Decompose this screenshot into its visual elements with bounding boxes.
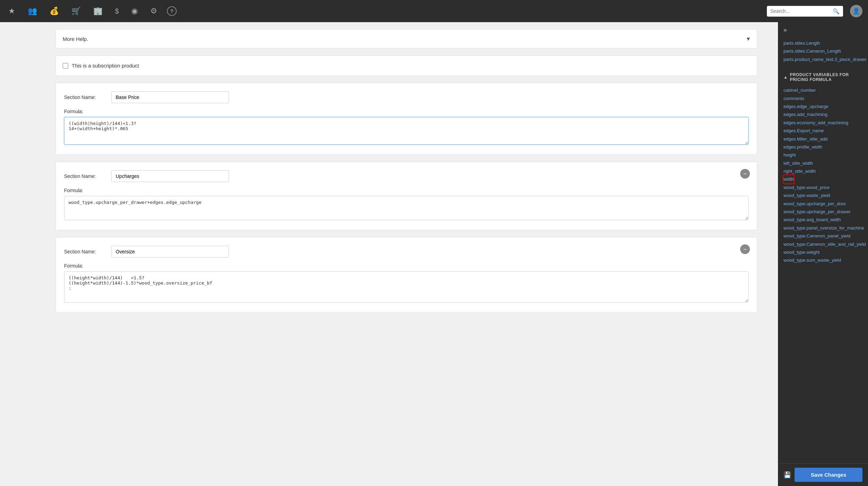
chart-icon[interactable]: ◉ — [129, 4, 141, 18]
sidebar-var-parts-product-name[interactable]: parts.product_name_test.3_piece_drawer — [783, 55, 862, 63]
more-help-bar[interactable]: More Help. ▾ — [55, 29, 757, 48]
more-help-chevron: ▾ — [747, 35, 750, 43]
collapse-sidebar-icon[interactable]: » — [783, 26, 787, 34]
section-name-row-oversize: Section Name: — [64, 246, 749, 258]
sidebar-var-parts-stiles-length[interactable]: parts.stiles.Length — [783, 39, 862, 47]
section-card-base-price: Section Name: Formula: ((width|height)/1… — [55, 83, 757, 155]
section-name-row: Section Name: — [64, 91, 749, 103]
cart-icon[interactable]: 🛒 — [69, 4, 83, 18]
top-nav: ★ 👥 💰 🛒 🏢 $ ◉ ⚙ ? 🔍 👤 — [0, 0, 868, 22]
subscription-checkbox[interactable] — [63, 63, 68, 69]
sidebar-var-wood-type-cameron-panel-yield[interactable]: wood_type.Cameron_panel_yield — [783, 232, 862, 240]
save-icon: 💾 — [783, 471, 791, 479]
sidebar-var-edges-economy-add-machining[interactable]: edges.economy_add_machining — [783, 119, 862, 127]
formula-textarea-oversize[interactable]: ((height*width)/144) >1.5? ((height*widt… — [64, 271, 749, 303]
section-name-row-upcharges: Section Name: — [64, 170, 749, 182]
sidebar-top-bar: » — [778, 22, 868, 38]
section-name-label: Section Name: — [64, 94, 106, 100]
main-content: More Help. ▾ This is a subscription prod… — [0, 22, 778, 486]
users-icon[interactable]: 👥 — [25, 4, 40, 18]
formula-label-base-price: Formula: — [64, 109, 749, 114]
sidebar-var-wood-type-cameron-stile-rail[interactable]: wood_type.Cameron_stile_and_rail_yield — [783, 240, 862, 248]
sidebar-var-parts-stiles-cameron-length[interactable]: parts.stiles.Cameron_Length — [783, 47, 862, 55]
right-sidebar: » parts.stiles.Length parts.stiles.Camer… — [778, 22, 868, 486]
sidebar-var-edges-miter-stile-add[interactable]: edges.Miter_stile_add — [783, 135, 862, 143]
sidebar-var-wood-type-sum-waste-yield[interactable]: wood_type.sum_waste_yield — [783, 256, 862, 264]
search-box: 🔍 — [767, 6, 843, 17]
section-card-oversize: − Section Name: Formula: ((height*width)… — [55, 237, 757, 313]
sidebar-var-wood-type-panel-oversize[interactable]: wood_type.panel_oversize_for_machine — [783, 224, 862, 232]
money-icon[interactable]: 💰 — [47, 4, 62, 18]
search-icon: 🔍 — [833, 8, 840, 15]
sidebar-var-cabinet-number[interactable]: cabinet_number — [783, 86, 862, 94]
subscription-box: This is a subscription product — [55, 55, 757, 76]
formula-textarea-base-price[interactable]: ((width|height)/144)<1.3? 14+(width+heig… — [64, 117, 749, 145]
layout: More Help. ▾ This is a subscription prod… — [0, 22, 868, 486]
sidebar-var-wood-type-weight[interactable]: wood_type.weight — [783, 248, 862, 256]
help-icon[interactable]: ? — [167, 6, 177, 16]
section-name-label-upcharges: Section Name: — [64, 173, 106, 179]
sidebar-bottom: 💾 Save Changes — [778, 463, 868, 486]
sidebar-var-comments[interactable]: comments — [783, 94, 862, 102]
section-arrow-icon: ▲ — [783, 75, 788, 80]
sidebar-var-left-stile-width[interactable]: left_stile_width — [783, 159, 862, 167]
sidebar-var-right-stile-width[interactable]: right_stile_width — [783, 167, 862, 175]
sidebar-var-wood-type-upcharge-per-drawer[interactable]: wood_type.upcharge_per_drawer — [783, 208, 862, 216]
sidebar-var-height[interactable]: height — [783, 151, 862, 159]
sidebar-var-wood-type-waste-yield[interactable]: wood_type.waste_yield — [783, 191, 862, 199]
section-name-input-base-price[interactable] — [111, 91, 229, 103]
section-name-label-oversize: Section Name: — [64, 249, 106, 254]
section-name-input-oversize[interactable] — [111, 246, 229, 258]
save-changes-button[interactable]: Save Changes — [795, 468, 862, 482]
formula-textarea-upcharges[interactable]: wood_type.upcharge_per_drawer+edges.edge… — [64, 196, 749, 220]
remove-oversize-button[interactable]: − — [740, 244, 750, 254]
sidebar-var-edges-add-machining[interactable]: edges.add_machining — [783, 110, 862, 118]
sidebar-var-wood-type-avg-board-width[interactable]: wood_type.avg_board_width — [783, 216, 862, 224]
star-icon[interactable]: ★ — [6, 4, 18, 18]
sidebar-variables-list: cabinet_number comments edges.edge_upcha… — [778, 85, 868, 269]
formula-label-oversize: Formula: — [64, 263, 749, 269]
sidebar-var-wood-type-upcharge-per-door[interactable]: wood_type.upcharge_per_door — [783, 200, 862, 208]
formula-label-upcharges: Formula: — [64, 188, 749, 193]
sidebar-var-wood-type-wood-price[interactable]: wood_type.wood_price — [783, 183, 862, 191]
section-card-upcharges: − Section Name: Formula: wood_type.upcha… — [55, 162, 757, 230]
sidebar-top-variables: parts.stiles.Length parts.stiles.Cameron… — [778, 38, 868, 68]
product-variables-title: ▲ PRODUCT VARIABLES FOR PRICING FORMULA — [778, 68, 868, 85]
search-input[interactable] — [770, 8, 833, 14]
building-icon[interactable]: 🏢 — [90, 4, 105, 18]
subscription-label[interactable]: This is a subscription product — [72, 63, 139, 69]
sidebar-var-edges-export-name[interactable]: edges.Export_name — [783, 127, 862, 135]
gear-icon[interactable]: ⚙ — [148, 4, 160, 18]
sidebar-var-edges-edge-upcharge[interactable]: edges.edge_upcharge — [783, 102, 862, 110]
section-name-input-upcharges[interactable] — [111, 170, 229, 182]
more-help-label: More Help. — [63, 36, 88, 42]
sidebar-var-width[interactable]: width — [783, 175, 794, 183]
remove-upcharges-button[interactable]: − — [740, 169, 750, 179]
avatar[interactable]: 👤 — [850, 5, 862, 17]
sidebar-var-edges-profile-width[interactable]: edges.profile_width — [783, 143, 862, 151]
dollar-icon[interactable]: $ — [112, 4, 122, 18]
product-variables-label: PRODUCT VARIABLES FOR PRICING FORMULA — [790, 72, 862, 82]
